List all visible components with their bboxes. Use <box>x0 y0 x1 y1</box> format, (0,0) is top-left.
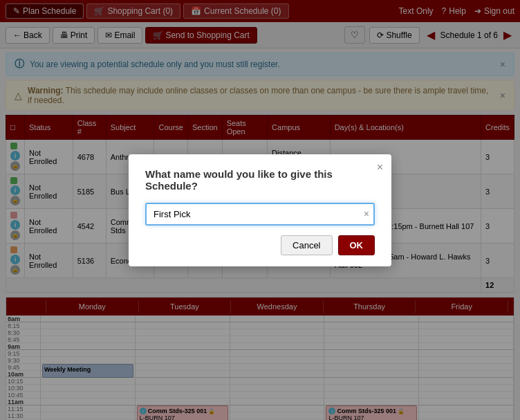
modal-dialog: × What name would you like to give this … <box>129 154 391 266</box>
schedule-name-input[interactable] <box>145 203 375 226</box>
cancel-button[interactable]: Cancel <box>281 235 332 255</box>
modal-overlay: × What name would you like to give this … <box>0 0 520 420</box>
modal-input-wrapper: × <box>145 203 375 226</box>
modal-close-button[interactable]: × <box>377 161 383 174</box>
input-clear-button[interactable]: × <box>364 208 369 219</box>
modal-footer: Cancel OK <box>145 235 375 255</box>
modal-title: What name would you like to give this Sc… <box>145 168 375 192</box>
ok-button[interactable]: OK <box>338 235 375 255</box>
